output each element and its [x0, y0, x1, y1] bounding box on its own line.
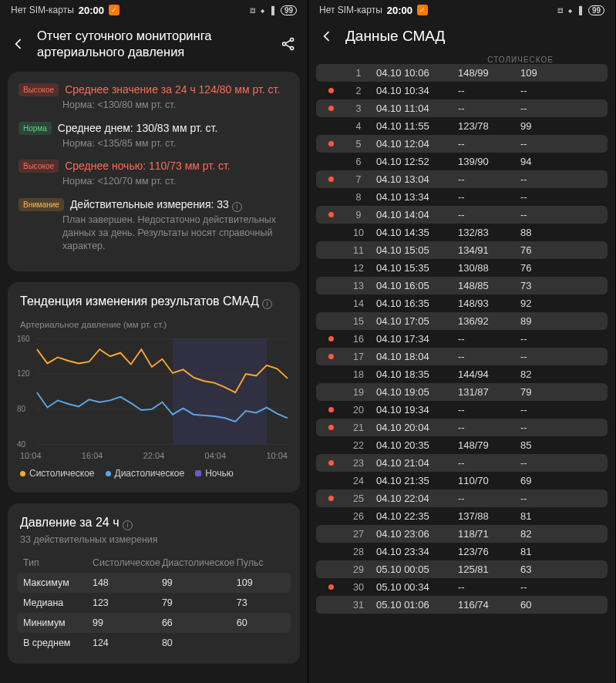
row-time: 04.10 17:05: [376, 315, 453, 327]
measurement-row[interactable]: 26 04.10 22:35 137/88 81: [316, 507, 608, 525]
row-pulse: 63: [520, 564, 567, 575]
measurement-row[interactable]: 8 04.10 13:34 -- --: [316, 188, 608, 206]
measurement-row[interactable]: 19 04.10 19:05 131/87 79: [316, 383, 608, 401]
row-index: 18: [345, 369, 372, 380]
svg-rect-3: [173, 339, 267, 445]
row-pulse: 73: [520, 280, 567, 291]
measurement-row[interactable]: 23 04.10 21:04 -- --: [316, 454, 608, 472]
alert-icon: ❚: [269, 5, 277, 15]
row-time: 04.10 21:35: [376, 475, 453, 486]
measurement-row[interactable]: 31 05.10 01:06 116/74 60: [316, 596, 608, 614]
measurement-row[interactable]: 1 04.10 10:06 148/99 109: [316, 64, 608, 82]
status-bar: Нет SIM-карты 20:00 ✓ ⧈ ⬥ ❚ 99: [308, 0, 615, 20]
square-night-icon: [195, 470, 201, 476]
row-index: 14: [345, 298, 372, 309]
measurement-row[interactable]: 6 04.10 12:52 139/90 94: [316, 153, 608, 170]
row-bp: --: [458, 138, 516, 150]
row-pulse: 94: [520, 156, 567, 167]
row-index: 5: [345, 139, 372, 150]
measurements-list[interactable]: 1 04.10 10:06 148/99 109 2 04.10 10:34 -…: [308, 64, 615, 614]
measurement-row[interactable]: 20 04.10 19:34 -- --: [316, 401, 608, 419]
row-pulse: --: [520, 581, 567, 593]
measurement-row[interactable]: 29 05.10 00:05 125/81 63: [316, 560, 608, 578]
row-pulse: 109: [520, 67, 567, 79]
dot-systolic-icon: [20, 471, 25, 476]
svg-point-1: [291, 39, 294, 42]
summary-norm: Норма: <130/80 мм рт. ст.: [62, 99, 289, 112]
row-index: 31: [345, 600, 372, 611]
row-index: 23: [345, 458, 372, 469]
measurement-row[interactable]: 27 04.10 23:06 118/71 82: [316, 525, 608, 543]
row-index: 19: [345, 387, 372, 398]
measurement-row[interactable]: 7 04.10 13:04 -- --: [316, 170, 608, 188]
measurement-row[interactable]: 16 04.10 17:34 -- --: [316, 330, 608, 348]
info-icon[interactable]: i: [123, 520, 133, 530]
measurement-row[interactable]: 4 04.10 11:55 123/78 99: [316, 117, 608, 135]
back-icon[interactable]: [11, 36, 26, 52]
column-header-fragment: СТОЛИЧЕСКОЕ: [308, 56, 615, 64]
measurement-row[interactable]: 25 04.10 22:04 -- --: [316, 490, 608, 507]
measurement-row[interactable]: 21 04.10 20:04 -- --: [316, 419, 608, 436]
info-icon[interactable]: i: [232, 202, 242, 212]
row-pulse: --: [520, 209, 567, 220]
measurement-row[interactable]: 30 05.10 00:34 -- --: [316, 578, 608, 596]
table-row: В среднем12480: [17, 633, 291, 653]
row-time: 04.10 18:04: [376, 351, 453, 362]
row-time: 04.10 13:34: [376, 191, 453, 203]
back-icon[interactable]: [319, 29, 335, 44]
row-bp: 137/88: [458, 510, 516, 522]
row-time: 04.10 22:35: [376, 510, 453, 522]
measurement-row[interactable]: 11 04.10 15:05 134/91 76: [316, 241, 608, 259]
measurement-row[interactable]: 3 04.10 11:04 -- --: [316, 99, 608, 117]
row-bp: 136/92: [458, 315, 516, 327]
row-index: 29: [345, 564, 372, 575]
share-icon[interactable]: [280, 35, 297, 52]
measurement-row[interactable]: 24 04.10 21:35 110/70 69: [316, 472, 608, 490]
error-flag-icon: [321, 602, 326, 607]
error-flag-icon: [321, 283, 326, 288]
measurement-row[interactable]: 14 04.10 16:35 148/93 92: [316, 294, 608, 312]
measurement-row[interactable]: 15 04.10 17:05 136/92 89: [316, 312, 608, 330]
measurement-row[interactable]: 28 04.10 23:34 123/76 81: [316, 543, 608, 560]
measurement-row[interactable]: 5 04.10 12:04 -- --: [316, 135, 608, 153]
row-bp: 148/79: [458, 439, 516, 451]
summary-value: Среднее значение за 24 ч 124/80 мм рт. с…: [65, 82, 289, 97]
row-pulse: --: [520, 422, 567, 433]
row-pulse: --: [520, 85, 567, 96]
row-bp: 144/94: [458, 368, 516, 380]
error-flag-icon: [321, 123, 326, 129]
measurement-row[interactable]: 12 04.10 15:35 130/88 76: [316, 259, 608, 277]
measurement-row[interactable]: 2 04.10 10:34 -- --: [316, 82, 608, 99]
measurement-row[interactable]: 10 04.10 14:35 132/83 88: [316, 224, 608, 241]
row-pulse: --: [520, 351, 567, 362]
measurement-row[interactable]: 18 04.10 18:35 144/94 82: [316, 365, 608, 383]
measurement-row[interactable]: 22 04.10 20:35 148/79 85: [316, 436, 608, 454]
row-index: 7: [345, 174, 372, 185]
row-index: 13: [345, 281, 372, 291]
measurement-row[interactable]: 17 04.10 18:04 -- --: [316, 348, 608, 365]
measurement-row[interactable]: 9 04.10 14:04 -- --: [316, 206, 608, 224]
row-time: 05.10 00:05: [376, 564, 453, 575]
row-bp: --: [458, 422, 516, 433]
row-time: 04.10 21:04: [376, 457, 453, 469]
summary-card: Высокое Среднее значение за 24 ч 124/80 …: [8, 72, 300, 271]
info-icon[interactable]: i: [262, 299, 272, 309]
page-title: Данные СМАД: [345, 28, 445, 45]
row-index: 20: [345, 405, 372, 416]
row-bp: 118/71: [458, 528, 516, 540]
row-index: 11: [345, 245, 372, 256]
row-index: 21: [345, 422, 372, 433]
row-pulse: --: [520, 493, 567, 504]
app-badge-icon: ✓: [417, 5, 428, 15]
row-time: 04.10 18:35: [376, 368, 453, 380]
error-flag-icon: [328, 177, 334, 182]
measurement-row[interactable]: 13 04.10 16:05 148/85 73: [316, 277, 608, 294]
row-bp: --: [458, 333, 516, 345]
header: Данные СМАД: [308, 20, 615, 56]
svg-point-2: [291, 47, 294, 50]
row-pulse: --: [520, 138, 567, 150]
stats-subtitle: 33 действительных измерения: [8, 534, 300, 553]
row-index: 15: [345, 316, 372, 327]
report-screen: Нет SIM-карты 20:00 ✓ ⧈ ⬥ ❚ 99 Отчет сут…: [0, 0, 308, 683]
row-bp: --: [458, 493, 516, 504]
